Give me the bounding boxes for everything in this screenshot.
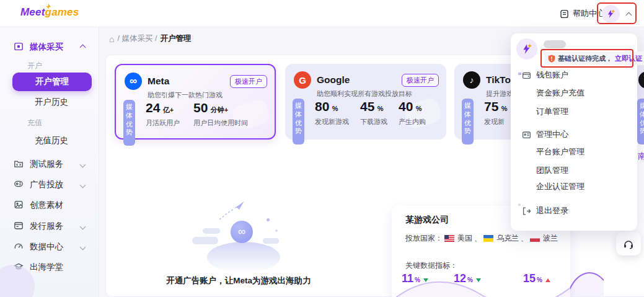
trend-down-icon [476, 278, 481, 282]
dot-decoration [267, 218, 270, 221]
app-screen: Meetgames 帮助中心 媒体采买 开户 开户管理 开户历史 充值 [0, 0, 644, 297]
stat-label: 下载游戏 [360, 117, 387, 126]
google-logo-icon: G [294, 71, 311, 89]
platform-logo-icon [638, 71, 644, 89]
card-icon [14, 221, 24, 231]
stat-unit: 亿+ [163, 106, 174, 113]
stat-label: 发现新游戏 [315, 117, 349, 126]
sidebar-group-media-buying[interactable]: 媒体采买 [0, 40, 99, 54]
bolt-logo-icon [606, 9, 615, 19]
stat-discover: 80 % 发现新游戏 [315, 100, 349, 126]
separator: 、 [474, 233, 482, 244]
gauge-icon [14, 241, 24, 251]
sidebar-item-data-center[interactable]: 数据中心 [0, 240, 99, 254]
shield-alert-icon [548, 55, 555, 63]
sidebar-section-label: 充值 [27, 118, 42, 128]
media-card-google[interactable]: G Google 极速开户 助您顺利实现所有游戏投放目标 媒体优势 80 % 发… [285, 64, 446, 140]
image-icon [14, 200, 24, 210]
stat-value: 40 [399, 99, 413, 113]
metric-2: 12% [454, 273, 481, 284]
menu-item-label: 平台账户管理 [536, 146, 584, 157]
stat-value: 50 [193, 100, 208, 115]
media-card-subtitle: 助您顺利实现所有游戏投放目标 [317, 89, 412, 99]
stat-mau: 24 亿+ 月活跃用户 [146, 101, 180, 128]
stat-value: 75 [484, 99, 498, 113]
home-icon[interactable]: ⌂ [109, 34, 114, 44]
sidebar-item-account-history[interactable]: 开户历史 [35, 97, 68, 108]
sidebar-section-label: 开户 [27, 61, 42, 71]
chevron-up-icon[interactable] [626, 12, 632, 19]
user-dropdown-menu: 基础认证待完成， 立即认证 钱包账户 资金账户充值 订单管理 管理中心 平台账户… [511, 33, 637, 231]
sidebar-item-label: 创意素材 [30, 200, 63, 211]
chevron-up-icon [80, 45, 86, 51]
certify-now-link[interactable]: 立即认证 [615, 54, 642, 63]
menu-item-label: 企业认证管理 [536, 181, 584, 192]
breadcrumb-path[interactable]: / 媒体采买 / [117, 33, 157, 44]
chevron-down-icon [80, 182, 86, 188]
sidebar-item-account-management-active[interactable]: 开户管理 [12, 73, 92, 91]
sidebar-item-publishing-services[interactable]: 发行服务 [0, 219, 99, 233]
stat-unit: % [332, 105, 338, 112]
target-countries: 投放国家： 美国、 乌克兰、 波兰 [405, 233, 558, 244]
ukraine-flag-icon [483, 235, 493, 242]
right-edge-text-fragment[interactable]: 南 [638, 151, 644, 162]
dot-decoration [275, 229, 278, 232]
cloud-decoration [263, 238, 279, 244]
media-card-subtitle: 助您引爆下一款热门游戏 [148, 91, 223, 100]
stat-value: 24 [146, 100, 160, 115]
menu-section-header: 钱包账户 [536, 69, 568, 81]
key-metrics-label: 关键数据指标： [405, 260, 457, 271]
sidebar-group-label: 媒体采买 [30, 42, 63, 53]
paper-plane-icon [217, 197, 247, 222]
media-card-name: Meta [148, 76, 169, 87]
stat-unit: % [501, 105, 508, 112]
media-buying-icon [14, 42, 24, 51]
menu-item-label: 团队管理 [536, 165, 568, 176]
id-badge-icon [522, 130, 531, 140]
logo-text-meet: Meet [20, 6, 45, 18]
sidebar-item-testing-services[interactable]: 测试服务 [0, 157, 99, 171]
app-logo: Meetgames [20, 6, 79, 19]
sidebar-item-ad-delivery[interactable]: 广告投放 [0, 178, 99, 192]
breadcrumb-current: 开户管理 [160, 33, 191, 44]
poland-flag-icon [530, 235, 540, 242]
fast-open-badge: 极速开户 [230, 75, 267, 88]
sidebar-item-label: 发行服务 [30, 221, 63, 232]
logo-text-games: games [45, 6, 79, 18]
stat-label: 发现新 [484, 117, 508, 126]
promo-text: 开通广告账户，让Meta为游戏出海助力 [158, 275, 319, 286]
metric-value: 15 [523, 273, 536, 284]
media-advantage-badge: 媒体优势 [637, 99, 644, 144]
headset-icon [623, 239, 634, 249]
sidebar-item-label: 数据中心 [30, 241, 63, 252]
stat-label: 产生内购 [399, 117, 426, 126]
customer-service-button[interactable] [616, 232, 641, 255]
tiktok-logo-icon: ♪ [463, 71, 480, 89]
sidebar-item-label: 测试服务 [30, 159, 63, 170]
metric-unit: % [415, 277, 420, 283]
menu-item-label: 订单管理 [536, 106, 568, 117]
logout-icon [522, 206, 531, 216]
folder-icon [14, 159, 24, 169]
stat-download: 45 % 下载游戏 [360, 100, 387, 126]
sidebar-item-creative-assets[interactable]: 创意素材 [0, 198, 99, 212]
sidebar-item-label: 出海学堂 [30, 262, 63, 273]
wallet-icon [522, 71, 531, 80]
meta-logo-icon: ∞ [125, 73, 142, 90]
media-card-meta[interactable]: ∞ Meta 极速开户 助您引爆下一款热门游戏 媒体优势 24 亿+ 月活跃用户… [115, 64, 276, 140]
stat-iap: 40 % 产生内购 [399, 100, 426, 126]
top-bar: Meetgames 帮助中心 [0, 0, 644, 27]
fast-open-badge: 极速开户 [402, 74, 439, 87]
sidebar-item-recharge-history[interactable]: 充值历史 [35, 135, 68, 146]
country-name: 乌克兰 [496, 233, 519, 244]
menu-item-label: 资金账户充值 [536, 87, 584, 99]
stat-discover: 75 % 发现新 [484, 100, 508, 126]
metric-value: 11 [402, 273, 413, 284]
user-avatar[interactable] [602, 5, 620, 23]
metric-unit: % [537, 277, 542, 283]
megaphone-icon [14, 179, 24, 189]
stat-unit: % [416, 105, 422, 112]
help-center-link[interactable]: 帮助中心 [560, 8, 605, 19]
sidebar-item-label: 广告投放 [30, 179, 63, 190]
metric-value: 12 [454, 273, 466, 284]
